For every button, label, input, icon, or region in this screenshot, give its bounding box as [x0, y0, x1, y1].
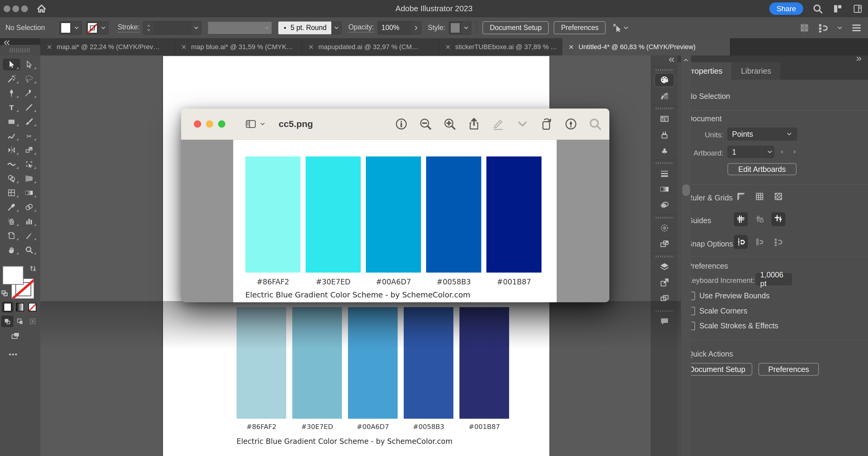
- use-preview-bounds-checkbox[interactable]: Use Preview Bounds: [687, 291, 770, 300]
- magic-wand-tool[interactable]: [3, 73, 20, 85]
- share-button[interactable]: [467, 117, 481, 131]
- share-button[interactable]: Share: [769, 2, 803, 15]
- zoom-in-button[interactable]: [443, 117, 457, 131]
- variable-width-profile-dropdown[interactable]: [208, 22, 272, 34]
- paintbrush-tool[interactable]: [20, 115, 38, 127]
- previous-artboard-button[interactable]: [777, 147, 787, 157]
- asset-export-panel-button[interactable]: [654, 276, 675, 289]
- change-screen-mode-button[interactable]: [8, 330, 22, 342]
- brush-definition-combo[interactable]: 5 pt. Round: [278, 22, 342, 34]
- none-paint-button[interactable]: [27, 302, 38, 313]
- markup-pencil-button[interactable]: [491, 117, 505, 131]
- zoom-out-button[interactable]: [418, 117, 433, 131]
- close-icon[interactable]: [308, 44, 314, 50]
- brushes-panel-button[interactable]: [654, 127, 675, 142]
- show-grid-button[interactable]: [753, 190, 767, 203]
- edit-artboards-button[interactable]: Edit Artboards: [727, 163, 797, 175]
- rotate-button[interactable]: [540, 117, 554, 131]
- curvature-tool[interactable]: [20, 87, 38, 99]
- tab-libraries[interactable]: Libraries: [732, 62, 780, 80]
- preview-titlebar[interactable]: cc5.png: [181, 109, 609, 140]
- canvas[interactable]: #86FAF2 #30E7ED #00A6D7 #0058B3 #001B87 …: [40, 56, 691, 456]
- slice-tool[interactable]: [3, 229, 20, 241]
- opacity-field[interactable]: 100%: [378, 22, 411, 34]
- chevron-down-icon[interactable]: [623, 25, 629, 31]
- stroke-weight-field[interactable]: [154, 22, 191, 34]
- expand-panels-icon[interactable]: [668, 56, 675, 63]
- shape-builder-tool[interactable]: [3, 172, 20, 184]
- canvas-artwork-palette[interactable]: #86FAF2 #30E7ED #00A6D7 #0058B3 #001B87 …: [237, 307, 509, 446]
- knife-tool[interactable]: [20, 229, 38, 241]
- width-tool[interactable]: [3, 158, 20, 170]
- fill-color-combo[interactable]: [59, 21, 82, 34]
- chevron-down-icon[interactable]: [837, 25, 843, 31]
- chevron-down-icon[interactable]: [73, 25, 80, 31]
- info-button[interactable]: [394, 117, 408, 131]
- scissors-tool[interactable]: ✂: [20, 130, 38, 142]
- eyedropper-tool[interactable]: [3, 201, 20, 213]
- mesh-tool[interactable]: [3, 187, 20, 199]
- edit-toolbar-button[interactable]: [6, 349, 20, 358]
- layers-panel-button[interactable]: [654, 260, 675, 274]
- markup-options-button[interactable]: [516, 117, 529, 131]
- search-icon[interactable]: [812, 3, 823, 14]
- chevron-down-icon[interactable]: [334, 25, 340, 31]
- preview-zoom-button[interactable]: [218, 120, 225, 127]
- selection-tool[interactable]: [3, 58, 20, 70]
- chevron-down-icon[interactable]: [193, 25, 199, 31]
- perspective-grid-tool[interactable]: [20, 172, 38, 184]
- direct-selection-tool[interactable]: [20, 58, 38, 70]
- preview-minimize-button[interactable]: [206, 120, 213, 127]
- type-tool[interactable]: T: [3, 101, 20, 113]
- chevron-right-icon[interactable]: [413, 25, 419, 31]
- lock-guides-button[interactable]: [753, 212, 767, 226]
- gradient-panel-button[interactable]: [654, 182, 675, 196]
- gradient-paint-button[interactable]: [14, 302, 26, 313]
- opacity-label[interactable]: Opacity:: [348, 23, 374, 32]
- style-combo[interactable]: [449, 21, 471, 34]
- document-setup-button[interactable]: Document Setup: [483, 21, 549, 34]
- graphic-styles-panel-button[interactable]: [654, 237, 675, 251]
- blend-tool[interactable]: [20, 201, 38, 213]
- gradient-tool[interactable]: [20, 187, 38, 199]
- artboard-tool[interactable]: [20, 158, 38, 170]
- swatches-panel-button[interactable]: [654, 112, 675, 126]
- stepper-up-icon[interactable]: [146, 24, 151, 28]
- snap-to-pixel-icon[interactable]: [818, 23, 829, 33]
- chevron-down-icon[interactable]: [463, 25, 469, 31]
- color-guide-panel-button[interactable]: [654, 89, 675, 103]
- preferences-button[interactable]: Preferences: [554, 21, 606, 34]
- fill-proxy-swatch[interactable]: [2, 266, 24, 285]
- collapse-panel-icon[interactable]: [856, 56, 863, 62]
- show-transparency-grid-button[interactable]: [771, 190, 785, 203]
- snap-to-pixel-button[interactable]: [771, 235, 785, 249]
- comments-panel-button[interactable]: [654, 314, 675, 329]
- stroke-weight-stepper[interactable]: [144, 22, 154, 34]
- draw-normal-button[interactable]: [1, 316, 13, 327]
- reflect-tool[interactable]: [3, 144, 20, 156]
- menu-icon[interactable]: [851, 23, 862, 33]
- show-guides-button[interactable]: [734, 212, 748, 226]
- free-transform-tool[interactable]: [20, 144, 38, 156]
- workspace-panel-icon[interactable]: [852, 3, 863, 14]
- document-tab-5-active[interactable]: Untitled-4* @ 60,83 % (CMYK/Preview): [562, 38, 730, 56]
- close-icon[interactable]: [568, 44, 574, 50]
- document-tab-2[interactable]: map blue.ai* @ 31,59 % (CMYK…: [175, 38, 302, 56]
- style-swatch[interactable]: [451, 23, 460, 33]
- preview-close-button[interactable]: [194, 120, 201, 127]
- symbols-panel-button[interactable]: ♣: [654, 143, 675, 158]
- arrange-documents-icon[interactable]: [832, 3, 843, 14]
- artboard-field[interactable]: 1: [727, 146, 762, 158]
- document-tab-1[interactable]: map.ai* @ 22,24 % (CMYK/Prev…: [40, 38, 175, 56]
- draw-inside-button[interactable]: [27, 316, 39, 327]
- snap-to-grid-button[interactable]: [753, 235, 767, 249]
- smart-guides-button[interactable]: [771, 212, 785, 226]
- default-fill-stroke-icon[interactable]: [1, 289, 8, 297]
- show-rulers-button[interactable]: [734, 190, 748, 203]
- select-similar-icon[interactable]: [612, 23, 623, 33]
- document-tab-3[interactable]: mapupdated.ai @ 32,97 % (CM…: [302, 38, 439, 56]
- preview-window[interactable]: cc5.png #86FAF2 #: [181, 109, 609, 302]
- stroke-color-combo[interactable]: [86, 21, 108, 34]
- window-minimize-button[interactable]: [12, 5, 19, 12]
- stepper-down-icon[interactable]: [146, 28, 151, 32]
